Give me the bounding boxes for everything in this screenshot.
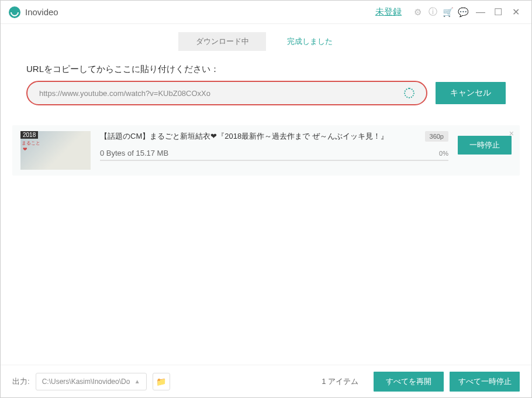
tabs: ダウンロード中 完成しました xyxy=(1,24,531,59)
progress-percent: 0% xyxy=(439,150,448,157)
heart-icon: ❤ xyxy=(23,146,91,152)
app-name: Inovideo xyxy=(25,7,58,17)
output-path-dropdown[interactable]: C:\Users\Kasim\Inovideo\Do ▲ xyxy=(36,373,147,390)
item-details: 【話題のCM】まるごと新垣結衣❤『2018最新作～過去作まで ぜ～んぶイッキ見！… xyxy=(100,131,448,170)
maximize-button[interactable]: ☐ xyxy=(490,5,506,20)
output-path-text: C:\Users\Kasim\Inovideo\Do xyxy=(42,378,130,386)
login-link[interactable]: 未登録 xyxy=(375,6,402,18)
item-count: 1 アイテム xyxy=(322,376,358,387)
pause-all-button[interactable]: すべて一時停止 xyxy=(450,372,520,392)
app-logo-icon xyxy=(9,6,20,18)
close-button[interactable]: ✕ xyxy=(508,5,523,20)
cancel-button[interactable]: キャンセル xyxy=(436,82,506,104)
open-folder-button[interactable]: 📁 xyxy=(153,373,170,390)
cart-icon[interactable]: 🛒 xyxy=(442,6,454,18)
pause-button[interactable]: 一時停止 xyxy=(458,136,512,155)
url-section: URLをコピーしてからここに貼り付けください： キャンセル xyxy=(1,59,531,115)
resume-all-button[interactable]: すべてを再開 xyxy=(374,372,444,392)
minimize-button[interactable]: — xyxy=(473,5,488,20)
url-label: URLをコピーしてからここに貼り付けください： xyxy=(26,64,506,75)
info-icon[interactable]: ⓘ xyxy=(427,6,438,18)
url-input-box xyxy=(26,81,427,105)
thumbnail: 2018 まること ❤ xyxy=(20,131,91,170)
thumb-subtitle: まること xyxy=(22,140,91,146)
chevron-up-icon: ▲ xyxy=(134,378,140,385)
logo: Inovideo xyxy=(9,6,58,18)
progress-text: 0 Bytes of 15.17 MB xyxy=(100,149,431,157)
tab-downloading[interactable]: ダウンロード中 xyxy=(178,32,266,51)
chat-icon[interactable]: 💬 xyxy=(457,6,469,18)
thumb-year-badge: 2018 xyxy=(20,131,38,139)
download-item: × 2018 まること ❤ 【話題のCM】まるごと新垣結衣❤『2018最新作～過… xyxy=(12,125,520,176)
quality-badge: 360p xyxy=(425,131,448,142)
titlebar: Inovideo 未登録 ⚙ ⓘ 🛒 💬 — ☐ ✕ xyxy=(1,1,531,24)
loading-spinner-icon xyxy=(404,88,414,98)
remove-item-button[interactable]: × xyxy=(509,129,514,138)
output-label: 出力: xyxy=(12,376,30,387)
url-input[interactable] xyxy=(39,89,404,98)
gear-icon[interactable]: ⚙ xyxy=(412,6,423,18)
tab-completed[interactable]: 完成しました xyxy=(266,32,354,51)
progress-bar xyxy=(100,160,448,161)
item-title: 【話題のCM】まるごと新垣結衣❤『2018最新作～過去作まで ぜ～んぶイッキ見！… xyxy=(100,131,418,142)
footer: 出力: C:\Users\Kasim\Inovideo\Do ▲ 📁 1 アイテ… xyxy=(1,365,531,397)
